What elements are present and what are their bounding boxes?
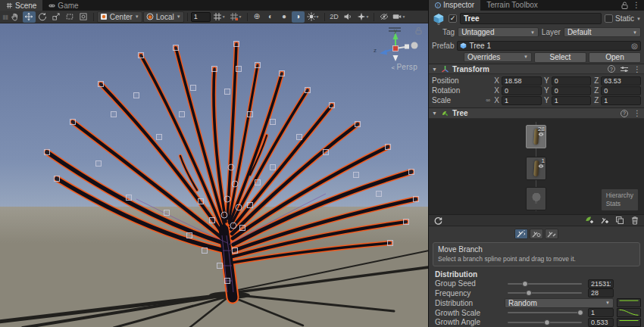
camera-settings-dropdown[interactable]: ▼ bbox=[391, 11, 407, 23]
gizmo-axes[interactable]: y z bbox=[374, 27, 418, 61]
overrides-dropdown[interactable]: Overrides▼ bbox=[464, 52, 532, 62]
scale-x-field[interactable] bbox=[502, 96, 542, 105]
toolbar-grip[interactable]: ▮▮ bbox=[2, 14, 8, 20]
tree-hierarchy-editor[interactable]: 28 1 Hierarchy Stats bbox=[429, 119, 644, 215]
delete-node-button[interactable] bbox=[629, 216, 641, 226]
scene-viewport[interactable]: y z <Persp bbox=[0, 23, 428, 327]
foldout-icon[interactable]: ▼ bbox=[432, 111, 438, 116]
component-menu-icon[interactable]: ⋮ bbox=[633, 109, 641, 117]
solid-shading-toggle[interactable]: ● bbox=[278, 11, 291, 23]
static-control[interactable]: ✓ Static ▼ bbox=[605, 14, 641, 23]
distribution-dropdown[interactable]: Random▼ bbox=[505, 298, 614, 308]
rotate-branch-tool[interactable] bbox=[530, 229, 543, 239]
component-menu-icon[interactable]: ⋮ bbox=[633, 65, 641, 73]
move-tool[interactable] bbox=[23, 11, 36, 23]
scene-visibility-toggle[interactable] bbox=[377, 11, 390, 23]
growth-scale-curve-preview[interactable] bbox=[617, 308, 641, 317]
effects-dropdown[interactable]: ▼ bbox=[355, 11, 371, 23]
node-visibility-eye-icon[interactable] bbox=[538, 164, 544, 168]
distribution-curve-preview[interactable] bbox=[617, 298, 641, 307]
group-seed-field[interactable] bbox=[588, 279, 614, 288]
growth-angle-field[interactable] bbox=[588, 318, 614, 327]
position-x-field[interactable] bbox=[502, 76, 542, 86]
mode-2d-toggle[interactable]: 2D bbox=[328, 11, 341, 23]
transform-header[interactable]: ▼ Transform ? ⋮ bbox=[429, 64, 644, 75]
handle-orientation-dropdown[interactable]: Local▼ bbox=[143, 11, 184, 23]
rotation-x-field[interactable] bbox=[502, 86, 542, 95]
grid-snap-toggle[interactable]: ▼ bbox=[211, 11, 227, 23]
transform-tool[interactable] bbox=[77, 11, 90, 23]
help-icon[interactable]: ? bbox=[621, 110, 628, 117]
layer-dropdown[interactable]: Default▼ bbox=[564, 27, 641, 37]
hierarchy-stats-label[interactable]: Hierarchy Stats bbox=[602, 189, 638, 210]
refresh-button[interactable] bbox=[432, 216, 444, 226]
position-z-field[interactable] bbox=[601, 76, 641, 86]
tab-game[interactable]: Game bbox=[42, 0, 84, 11]
selected-tree-object[interactable] bbox=[0, 23, 428, 327]
rotate-tool[interactable] bbox=[36, 11, 49, 23]
branch-group-node-selected[interactable]: 28 bbox=[526, 125, 546, 148]
scale-z-field[interactable] bbox=[601, 96, 641, 105]
frequency-field[interactable] bbox=[588, 288, 614, 297]
position-y-field[interactable] bbox=[552, 76, 592, 86]
gizmo-lock-icon[interactable] bbox=[416, 28, 421, 35]
scene-lighting-toggle[interactable]: ◑ bbox=[292, 11, 305, 23]
frequency-slider[interactable] bbox=[508, 292, 582, 294]
projection-toggle[interactable]: <Persp bbox=[391, 63, 417, 71]
increment-snap-toggle[interactable]: ▼ bbox=[228, 11, 244, 23]
game-tab-label: Game bbox=[58, 2, 78, 10]
add-branch-group-button[interactable] bbox=[599, 216, 611, 226]
slider-thumb[interactable] bbox=[522, 281, 528, 287]
rotation-y-field[interactable] bbox=[552, 86, 592, 95]
view-hand-tool[interactable] bbox=[9, 11, 22, 23]
prefab-object-field[interactable]: Tree 1 ◎ bbox=[457, 41, 641, 51]
camera-icon bbox=[392, 12, 402, 21]
presets-icon[interactable] bbox=[621, 66, 628, 73]
shading-mode-toggle[interactable]: ◐ bbox=[264, 11, 277, 23]
free-hand-branch-tool[interactable] bbox=[545, 229, 558, 239]
gameobject-name-field[interactable] bbox=[460, 13, 602, 24]
slider-thumb[interactable] bbox=[577, 310, 583, 316]
slider-thumb[interactable] bbox=[526, 290, 532, 296]
growth-angle-curve-preview[interactable] bbox=[617, 318, 641, 327]
tree-component-header[interactable]: ▼ Tree ? ⋮ bbox=[429, 107, 644, 119]
duplicate-node-button[interactable] bbox=[614, 216, 626, 226]
node-visibility-eye-icon[interactable] bbox=[538, 132, 544, 136]
constrain-proportions-icon[interactable]: ∞ bbox=[484, 97, 492, 104]
tab-scene[interactable]: Scene bbox=[0, 0, 42, 11]
scale-tool[interactable] bbox=[50, 11, 63, 23]
inspector-menu-icon[interactable]: ⋮ bbox=[633, 1, 640, 9]
rect-tool[interactable] bbox=[64, 11, 77, 23]
growth-scale-field[interactable] bbox=[588, 308, 614, 317]
pivot-dropdown[interactable]: Center▼ bbox=[97, 11, 142, 23]
tree-root-node[interactable] bbox=[526, 187, 546, 210]
gameobject-cube-icon[interactable] bbox=[432, 13, 445, 25]
slider-thumb[interactable] bbox=[544, 319, 550, 325]
duplicate-icon bbox=[615, 216, 624, 225]
scale-y-field[interactable] bbox=[552, 96, 592, 105]
open-button[interactable]: Open bbox=[589, 52, 641, 63]
tag-dropdown[interactable]: Untagged▼ bbox=[458, 27, 539, 37]
audio-toggle[interactable] bbox=[342, 11, 355, 23]
group-seed-slider[interactable] bbox=[508, 283, 582, 285]
snap-increment-field[interactable] bbox=[191, 12, 211, 22]
add-leaf-group-button[interactable] bbox=[583, 216, 596, 226]
static-caret-icon[interactable]: ▼ bbox=[636, 17, 641, 21]
rotation-z-field[interactable] bbox=[601, 86, 641, 95]
tab-terrain-toolbox[interactable]: Terrain Toolbox bbox=[480, 0, 544, 11]
static-checkbox[interactable]: ✓ bbox=[605, 14, 613, 23]
light-settings-dropdown[interactable]: ▼ bbox=[305, 11, 321, 23]
move-branch-tool[interactable] bbox=[514, 229, 528, 239]
tab-inspector[interactable]: i Inspector bbox=[429, 0, 480, 11]
active-checkbox[interactable]: ✓ bbox=[449, 14, 457, 23]
growth-angle-slider[interactable] bbox=[508, 322, 582, 323]
help-icon[interactable]: ? bbox=[608, 65, 615, 73]
growth-scale-slider[interactable] bbox=[508, 312, 582, 313]
prefab-cube-icon bbox=[460, 42, 467, 49]
select-button[interactable]: Select bbox=[534, 52, 586, 63]
shaded-wireframe-toggle[interactable]: ⊕ bbox=[251, 11, 264, 23]
unlock-icon[interactable] bbox=[621, 2, 628, 9]
branch-group-node[interactable]: 1 bbox=[526, 157, 546, 180]
prefab-ping-icon[interactable]: ◎ bbox=[631, 42, 638, 50]
foldout-icon[interactable]: ▼ bbox=[432, 67, 438, 72]
